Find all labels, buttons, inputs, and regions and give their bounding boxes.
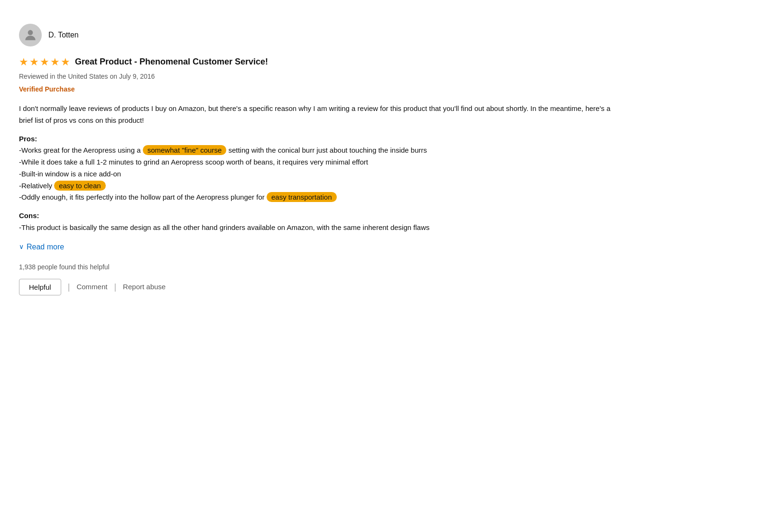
- divider-1: |: [68, 281, 70, 294]
- pro-4: -Relatively easy to clean: [19, 181, 106, 191]
- star-rating: ★ ★ ★ ★ ★: [19, 54, 70, 70]
- pro-1-after: setting with the conical burr just about…: [226, 146, 427, 154]
- cons-label: Cons:: [19, 211, 39, 220]
- review-body: I don't normally leave reviews of produc…: [19, 103, 617, 234]
- pro-1-before: -Works great for the Aeropress using a: [19, 146, 143, 154]
- review-container: D. Totten ★ ★ ★ ★ ★ Great Product - Phen…: [19, 14, 617, 305]
- review-intro: I don't normally leave reviews of produc…: [19, 103, 617, 127]
- read-more-row[interactable]: ∨ Read more: [19, 241, 617, 253]
- avatar: [19, 24, 42, 46]
- reviewer-header: D. Totten: [19, 24, 617, 46]
- pro-5: -Oddly enough, it fits perfectly into th…: [19, 192, 337, 202]
- pro-4-highlight: easy to clean: [54, 181, 105, 191]
- star-3: ★: [40, 54, 49, 70]
- divider-2: |: [114, 281, 116, 294]
- reviewer-name: D. Totten: [48, 29, 79, 41]
- action-row: Helpful | Comment | Report abuse: [19, 279, 617, 295]
- star-5: ★: [61, 54, 70, 70]
- pro-1: -Works great for the Aeropress using a s…: [19, 145, 427, 155]
- review-title: Great Product - Phenomenal Customer Serv…: [75, 55, 268, 68]
- read-more-link[interactable]: Read more: [27, 241, 64, 253]
- pro-1-highlight: somewhat "fine" course: [143, 145, 227, 155]
- pros-section: Pros: -Works great for the Aeropress usi…: [19, 133, 617, 204]
- read-more-chevron: ∨: [19, 242, 24, 252]
- pro-4-before: -Relatively: [19, 182, 54, 190]
- verified-purchase-badge: Verified Purchase: [19, 84, 617, 94]
- helpful-count: 1,938 people found this helpful: [19, 262, 617, 272]
- pro-5-highlight: easy transportation: [267, 192, 337, 202]
- pro-5-before: -Oddly enough, it fits perfectly into th…: [19, 193, 267, 201]
- helpful-button[interactable]: Helpful: [19, 279, 61, 295]
- star-4: ★: [50, 54, 60, 70]
- svg-point-0: [28, 30, 33, 35]
- review-title-row: ★ ★ ★ ★ ★ Great Product - Phenomenal Cus…: [19, 54, 617, 70]
- cons-section: Cons: -This product is basically the sam…: [19, 210, 617, 234]
- review-date: Reviewed in the United States on July 9,…: [19, 72, 617, 82]
- report-abuse-link[interactable]: Report abuse: [123, 282, 166, 293]
- pro-3: -Built-in window is a nice add-on: [19, 170, 121, 178]
- star-1: ★: [19, 54, 28, 70]
- star-2: ★: [29, 54, 39, 70]
- con-1: -This product is basically the same desi…: [19, 223, 429, 231]
- pros-label: Pros:: [19, 135, 37, 143]
- comment-link[interactable]: Comment: [76, 282, 107, 293]
- pro-2: -While it does take a full 1-2 minutes t…: [19, 158, 368, 166]
